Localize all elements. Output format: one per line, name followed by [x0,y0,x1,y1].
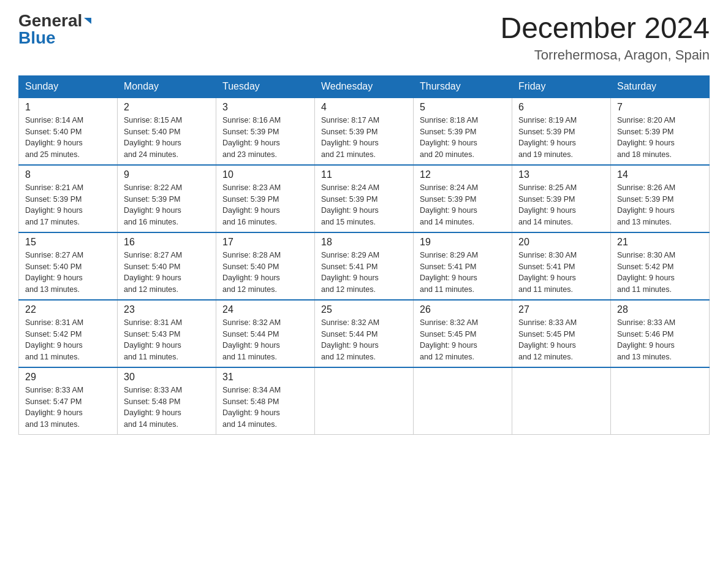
day-info: Sunrise: 8:32 AMSunset: 5:45 PMDaylight:… [420,318,478,361]
day-info: Sunrise: 8:33 AMSunset: 5:45 PMDaylight:… [518,318,577,361]
day-number: 17 [222,237,308,248]
day-number: 28 [617,304,703,315]
day-info: Sunrise: 8:23 AMSunset: 5:39 PMDaylight:… [222,183,281,226]
weekday-header-friday: Friday [512,75,611,98]
day-number: 13 [518,169,604,180]
calendar-cell: 20 Sunrise: 8:30 AMSunset: 5:41 PMDaylig… [512,232,611,300]
calendar-cell: 9 Sunrise: 8:22 AMSunset: 5:39 PMDayligh… [118,165,216,232]
calendar-cell: 6 Sunrise: 8:19 AMSunset: 5:39 PMDayligh… [512,98,611,165]
day-number: 5 [420,102,506,113]
week-row-5: 29 Sunrise: 8:33 AMSunset: 5:47 PMDaylig… [19,367,710,435]
calendar-cell [611,367,710,435]
day-number: 24 [222,304,308,315]
calendar-cell: 8 Sunrise: 8:21 AMSunset: 5:39 PMDayligh… [19,165,118,232]
day-info: Sunrise: 8:29 AMSunset: 5:41 PMDaylight:… [420,251,478,294]
day-number: 1 [25,102,111,113]
day-info: Sunrise: 8:21 AMSunset: 5:39 PMDaylight:… [25,183,83,226]
day-info: Sunrise: 8:30 AMSunset: 5:41 PMDaylight:… [518,251,577,294]
day-number: 15 [25,237,111,248]
day-number: 7 [617,102,703,113]
logo-general: General [18,12,82,29]
calendar-cell: 16 Sunrise: 8:27 AMSunset: 5:40 PMDaylig… [118,232,216,300]
calendar-cell: 13 Sunrise: 8:25 AMSunset: 5:39 PMDaylig… [512,165,611,232]
weekday-header-wednesday: Wednesday [315,75,414,98]
calendar-cell: 21 Sunrise: 8:30 AMSunset: 5:42 PMDaylig… [611,232,710,300]
day-number: 14 [617,169,703,180]
day-number: 31 [222,372,308,383]
day-info: Sunrise: 8:18 AMSunset: 5:39 PMDaylight:… [420,116,478,159]
day-info: Sunrise: 8:15 AMSunset: 5:40 PMDaylight:… [124,116,182,159]
logo-arrow-icon [84,18,91,24]
day-number: 27 [518,304,604,315]
calendar-cell: 29 Sunrise: 8:33 AMSunset: 5:47 PMDaylig… [19,367,118,435]
day-number: 6 [518,102,604,113]
calendar-cell: 10 Sunrise: 8:23 AMSunset: 5:39 PMDaylig… [216,165,315,232]
calendar-cell: 28 Sunrise: 8:33 AMSunset: 5:46 PMDaylig… [611,300,710,367]
calendar-cell: 12 Sunrise: 8:24 AMSunset: 5:39 PMDaylig… [414,165,512,232]
day-info: Sunrise: 8:28 AMSunset: 5:40 PMDaylight:… [222,251,281,294]
day-number: 3 [222,102,308,113]
calendar-cell: 18 Sunrise: 8:29 AMSunset: 5:41 PMDaylig… [315,232,414,300]
day-info: Sunrise: 8:27 AMSunset: 5:40 PMDaylight:… [124,251,182,294]
week-row-2: 8 Sunrise: 8:21 AMSunset: 5:39 PMDayligh… [19,165,710,232]
day-info: Sunrise: 8:16 AMSunset: 5:39 PMDaylight:… [222,116,281,159]
day-number: 8 [25,169,111,180]
calendar-cell: 7 Sunrise: 8:20 AMSunset: 5:39 PMDayligh… [611,98,710,165]
day-info: Sunrise: 8:25 AMSunset: 5:39 PMDaylight:… [518,183,577,226]
day-number: 19 [420,237,506,248]
day-info: Sunrise: 8:33 AMSunset: 5:48 PMDaylight:… [124,386,182,429]
weekday-header-tuesday: Tuesday [216,75,315,98]
calendar-cell [512,367,611,435]
day-info: Sunrise: 8:19 AMSunset: 5:39 PMDaylight:… [518,116,577,159]
day-number: 2 [124,102,210,113]
day-info: Sunrise: 8:31 AMSunset: 5:42 PMDaylight:… [25,318,83,361]
day-info: Sunrise: 8:24 AMSunset: 5:39 PMDaylight:… [321,183,379,226]
day-number: 30 [124,372,210,383]
day-number: 11 [321,169,407,180]
day-info: Sunrise: 8:32 AMSunset: 5:44 PMDaylight:… [321,318,379,361]
weekday-header-sunday: Sunday [19,75,118,98]
day-info: Sunrise: 8:32 AMSunset: 5:44 PMDaylight:… [222,318,281,361]
page-header: General Blue December 2024 Torrehermosa,… [18,12,710,63]
day-info: Sunrise: 8:30 AMSunset: 5:42 PMDaylight:… [617,251,675,294]
calendar-cell: 14 Sunrise: 8:26 AMSunset: 5:39 PMDaylig… [611,165,710,232]
day-number: 12 [420,169,506,180]
calendar-cell: 26 Sunrise: 8:32 AMSunset: 5:45 PMDaylig… [414,300,512,367]
calendar-cell: 15 Sunrise: 8:27 AMSunset: 5:40 PMDaylig… [19,232,118,300]
calendar-table: SundayMondayTuesdayWednesdayThursdayFrid… [18,75,710,435]
day-info: Sunrise: 8:26 AMSunset: 5:39 PMDaylight:… [617,183,675,226]
day-number: 4 [321,102,407,113]
day-info: Sunrise: 8:14 AMSunset: 5:40 PMDaylight:… [25,116,83,159]
day-info: Sunrise: 8:29 AMSunset: 5:41 PMDaylight:… [321,251,379,294]
calendar-cell: 1 Sunrise: 8:14 AMSunset: 5:40 PMDayligh… [19,98,118,165]
calendar-cell: 2 Sunrise: 8:15 AMSunset: 5:40 PMDayligh… [118,98,216,165]
week-row-4: 22 Sunrise: 8:31 AMSunset: 5:42 PMDaylig… [19,300,710,367]
calendar-cell: 23 Sunrise: 8:31 AMSunset: 5:43 PMDaylig… [118,300,216,367]
weekday-header-thursday: Thursday [414,75,512,98]
day-info: Sunrise: 8:17 AMSunset: 5:39 PMDaylight:… [321,116,379,159]
calendar-cell: 27 Sunrise: 8:33 AMSunset: 5:45 PMDaylig… [512,300,611,367]
calendar-cell: 4 Sunrise: 8:17 AMSunset: 5:39 PMDayligh… [315,98,414,165]
calendar-cell: 22 Sunrise: 8:31 AMSunset: 5:42 PMDaylig… [19,300,118,367]
calendar-cell: 25 Sunrise: 8:32 AMSunset: 5:44 PMDaylig… [315,300,414,367]
calendar-cell: 31 Sunrise: 8:34 AMSunset: 5:48 PMDaylig… [216,367,315,435]
logo: General Blue [18,12,91,47]
week-row-1: 1 Sunrise: 8:14 AMSunset: 5:40 PMDayligh… [19,98,710,165]
day-info: Sunrise: 8:27 AMSunset: 5:40 PMDaylight:… [25,251,83,294]
day-number: 20 [518,237,604,248]
month-title: December 2024 [500,12,710,45]
title-block: December 2024 Torrehermosa, Aragon, Spai… [500,12,710,63]
calendar-cell: 3 Sunrise: 8:16 AMSunset: 5:39 PMDayligh… [216,98,315,165]
calendar-cell: 17 Sunrise: 8:28 AMSunset: 5:40 PMDaylig… [216,232,315,300]
calendar-cell [414,367,512,435]
day-info: Sunrise: 8:22 AMSunset: 5:39 PMDaylight:… [124,183,182,226]
day-number: 23 [124,304,210,315]
day-info: Sunrise: 8:31 AMSunset: 5:43 PMDaylight:… [124,318,182,361]
calendar-cell: 30 Sunrise: 8:33 AMSunset: 5:48 PMDaylig… [118,367,216,435]
day-info: Sunrise: 8:33 AMSunset: 5:47 PMDaylight:… [25,386,83,429]
day-number: 18 [321,237,407,248]
day-number: 26 [420,304,506,315]
weekday-header-monday: Monday [118,75,216,98]
day-number: 16 [124,237,210,248]
location-subtitle: Torrehermosa, Aragon, Spain [500,47,710,63]
